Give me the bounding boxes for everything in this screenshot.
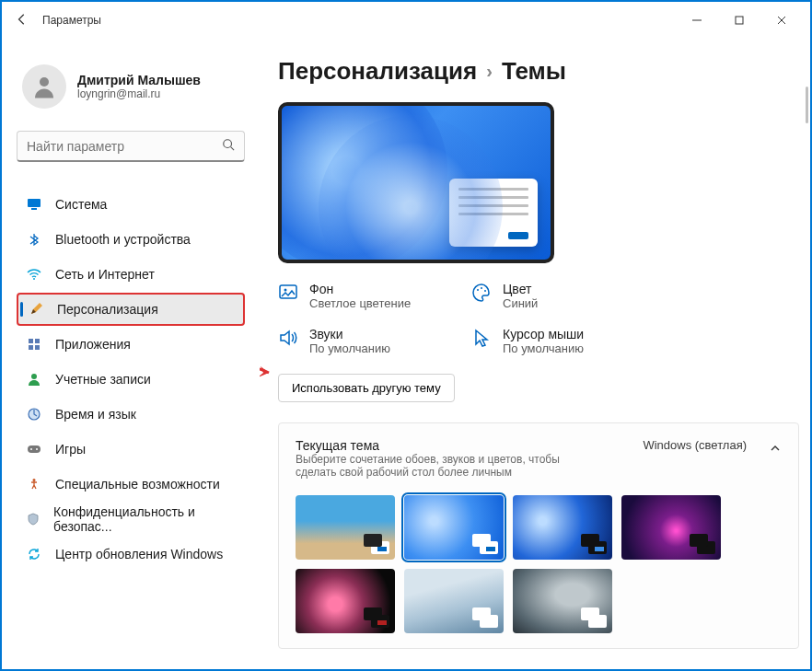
prop-label: Цвет xyxy=(503,282,538,296)
breadcrumb: Персонализация › Темы xyxy=(278,57,799,86)
palette-icon xyxy=(471,283,492,303)
svg-point-22 xyxy=(477,289,479,291)
use-other-theme-button[interactable]: Использовать другую тему xyxy=(278,374,455,402)
sidebar-item-personalization[interactable]: Персонализация xyxy=(17,293,245,326)
update-icon xyxy=(26,546,42,562)
theme-prop-cursor[interactable]: Курсор мыши По умолчанию xyxy=(471,327,665,355)
gamepad-icon xyxy=(26,441,42,457)
sidebar-item-windows-update[interactable]: Центр обновления Windows xyxy=(17,538,245,571)
search-input[interactable] xyxy=(27,139,222,154)
sidebar: Дмитрий Малышев loyngrin@mail.ru Система… xyxy=(2,39,260,669)
theme-thumb[interactable] xyxy=(513,495,612,560)
title-bar: Параметры xyxy=(2,2,810,39)
svg-point-19 xyxy=(33,479,36,481)
sidebar-item-accessibility[interactable]: Специальные возможности xyxy=(17,468,245,501)
sidebar-item-network[interactable]: Сеть и Интернет xyxy=(17,258,245,291)
theme-thumb[interactable] xyxy=(404,569,504,633)
user-account-block[interactable]: Дмитрий Малышев loyngrin@mail.ru xyxy=(22,64,245,109)
breadcrumb-current: Темы xyxy=(502,57,566,86)
nav-label: Приложения xyxy=(55,337,131,352)
chevron-up-icon xyxy=(769,442,782,457)
theme-thumb[interactable] xyxy=(296,495,395,560)
window-title: Параметры xyxy=(42,14,101,27)
sidebar-item-apps[interactable]: Приложения xyxy=(17,328,245,361)
card-current-value: Windows (светлая) xyxy=(643,438,747,452)
theme-prop-color[interactable]: Цвет Синий xyxy=(471,282,665,310)
prop-value: По умолчанию xyxy=(309,341,390,355)
user-name: Дмитрий Малышев xyxy=(77,73,201,87)
svg-point-5 xyxy=(224,140,232,148)
accessibility-icon xyxy=(26,476,42,492)
card-title: Текущая тема xyxy=(296,438,590,453)
theme-prop-background[interactable]: Фон Светлое цветение xyxy=(278,282,471,310)
sidebar-item-gaming[interactable]: Игры xyxy=(17,433,245,466)
picture-icon xyxy=(278,283,298,303)
svg-line-6 xyxy=(231,147,235,151)
close-button[interactable] xyxy=(760,6,803,35)
nav-label: Время и язык xyxy=(55,407,136,422)
theme-thumb[interactable] xyxy=(513,569,612,633)
wifi-icon xyxy=(26,266,42,283)
theme-thumbnails xyxy=(296,495,782,633)
svg-rect-13 xyxy=(35,345,40,350)
card-subtitle: Выберите сочетание обоев, звуков и цвето… xyxy=(296,453,590,479)
maximize-button[interactable] xyxy=(718,6,760,35)
avatar xyxy=(22,64,66,109)
cursor-icon xyxy=(471,328,492,348)
nav-label: Учетные записи xyxy=(55,372,151,387)
sidebar-item-privacy[interactable]: Конфиденциальность и безопас... xyxy=(17,503,245,536)
svg-rect-8 xyxy=(31,208,37,210)
chevron-right-icon: › xyxy=(486,61,493,82)
sidebar-item-accounts[interactable]: Учетные записи xyxy=(17,363,245,396)
svg-point-24 xyxy=(484,290,486,292)
annotation-arrow xyxy=(260,359,278,387)
svg-rect-10 xyxy=(29,339,33,343)
prop-label: Курсор мыши xyxy=(503,327,584,341)
current-theme-card[interactable]: Текущая тема Выберите сочетание обоев, з… xyxy=(278,422,799,649)
svg-rect-7 xyxy=(28,199,41,207)
brush-icon xyxy=(28,301,44,318)
nav-label: Сеть и Интернет xyxy=(55,267,155,282)
theme-thumb[interactable] xyxy=(404,495,504,560)
sidebar-item-time-language[interactable]: Время и язык xyxy=(17,398,245,431)
nav-label: Bluetooth и устройства xyxy=(55,232,191,247)
svg-point-18 xyxy=(36,448,38,450)
clock-globe-icon xyxy=(26,406,42,422)
sound-icon xyxy=(278,328,298,348)
nav-label: Игры xyxy=(55,442,86,457)
scrollbar[interactable] xyxy=(806,87,808,123)
svg-point-17 xyxy=(30,448,32,450)
nav-label: Конфиденциальность и безопас... xyxy=(53,504,236,534)
svg-point-21 xyxy=(284,289,287,292)
back-button[interactable] xyxy=(9,13,35,29)
theme-properties-grid: Фон Светлое цветение Цвет Синий Звуки По… xyxy=(278,282,665,355)
svg-point-14 xyxy=(31,374,37,379)
nav-list: Система Bluetooth и устройства Сеть и Ин… xyxy=(17,188,245,571)
prop-value: Синий xyxy=(503,296,538,310)
svg-rect-16 xyxy=(28,445,41,453)
user-icon xyxy=(26,371,42,388)
search-icon xyxy=(222,138,235,154)
prop-value: Светлое цветение xyxy=(309,296,411,310)
prop-value: По умолчанию xyxy=(503,341,584,355)
svg-rect-1 xyxy=(736,17,743,24)
sidebar-item-bluetooth[interactable]: Bluetooth и устройства xyxy=(17,223,245,256)
svg-point-23 xyxy=(481,287,482,289)
bluetooth-icon xyxy=(26,231,42,248)
search-input-wrapper[interactable] xyxy=(17,131,245,162)
breadcrumb-parent[interactable]: Персонализация xyxy=(278,57,477,86)
svg-point-9 xyxy=(33,278,35,280)
user-email: loyngrin@mail.ru xyxy=(77,87,201,100)
theme-thumb[interactable] xyxy=(621,495,721,560)
theme-prop-sounds[interactable]: Звуки По умолчанию xyxy=(278,327,471,355)
theme-preview xyxy=(278,102,554,263)
shield-icon xyxy=(26,511,41,527)
apps-icon xyxy=(26,336,42,353)
nav-label: Персонализация xyxy=(57,302,158,317)
svg-rect-12 xyxy=(29,345,33,350)
minimize-button[interactable] xyxy=(676,6,718,35)
monitor-icon xyxy=(26,196,42,213)
theme-thumb[interactable] xyxy=(296,569,395,633)
svg-point-4 xyxy=(40,77,49,87)
sidebar-item-system[interactable]: Система xyxy=(17,188,245,221)
